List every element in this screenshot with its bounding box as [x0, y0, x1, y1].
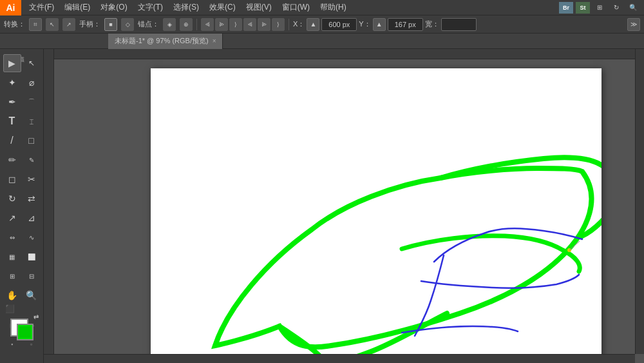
width-tool[interactable]: ⇔: [3, 228, 21, 246]
anchor-label: 转换：: [4, 19, 25, 29]
tool-row-8: ↻ ⇄: [3, 190, 41, 208]
menu-effect[interactable]: 效果(C): [204, 0, 241, 15]
align-top[interactable]: ⫷: [243, 18, 256, 31]
extras-row: ◎ ◉: [3, 357, 41, 363]
divider1: [196, 19, 197, 30]
document-tab[interactable]: 未标题-1* @ 97% (RGB/预览) ×: [108, 34, 223, 49]
curvature-tool[interactable]: ⌒: [23, 93, 41, 111]
warp-tool[interactable]: ∿: [23, 228, 41, 246]
menu-file[interactable]: 文件(F): [24, 0, 59, 15]
tool-row-11: ▦ ⬜: [3, 248, 41, 266]
tool-row-12: ⊞ ⊟: [3, 267, 41, 285]
reflect-tool[interactable]: ⇄: [23, 190, 41, 208]
ruler-left: [44, 49, 54, 363]
align-group: ⫷ ⫸ ⟩ ⫷ ⫸ ⟩: [201, 18, 285, 31]
slice-tool[interactable]: ⊞: [3, 267, 21, 285]
scrollbar-right[interactable]: [635, 49, 644, 354]
extra-btn2[interactable]: ◉: [23, 357, 41, 363]
right-toolbar: Br St ⊞ ↻ 🔍: [559, 2, 644, 14]
align-right[interactable]: ⟩: [229, 18, 242, 31]
selection-tool[interactable]: ▶: [3, 54, 21, 72]
tool-row-3: ✒ ⌒: [3, 93, 41, 111]
slice-select-tool[interactable]: ⊟: [23, 267, 41, 285]
tool-row-9: ↗ ⊿: [3, 209, 41, 227]
shear-tool[interactable]: ⊿: [23, 209, 41, 227]
menu-edit[interactable]: 编辑(E): [59, 0, 95, 15]
extra-btn1[interactable]: ◎: [3, 357, 21, 363]
tool-row-4: T ⌶: [3, 112, 41, 130]
align-left[interactable]: ⫷: [201, 18, 214, 31]
x-up[interactable]: ▲: [307, 18, 319, 31]
sidebar: 锚点 ▶ ↖ ✦ ⌀ ✒ ⌒ T ⌶ / □ ✏ ✎ ◻ ✂ ↻: [0, 49, 44, 363]
x-input[interactable]: [321, 18, 357, 31]
reset-colors[interactable]: ⬛: [5, 304, 15, 313]
smooth-icon[interactable]: ◇: [121, 18, 134, 31]
rotate-tool[interactable]: ↻: [3, 190, 21, 208]
y-up[interactable]: ▲: [373, 18, 386, 31]
divider2: [289, 19, 289, 30]
extras-section: ◎ ◉: [3, 357, 41, 363]
ai-logo: Ai: [0, 0, 21, 15]
blob-brush-tool[interactable]: ✎: [23, 151, 41, 169]
anchor-edit-icon[interactable]: ⊕: [180, 18, 193, 31]
stock-icon[interactable]: St: [576, 2, 590, 14]
align-bottom[interactable]: ⟩: [272, 18, 285, 31]
y-label: Y：: [359, 19, 370, 29]
rect-tool[interactable]: □: [23, 132, 41, 150]
pen-tool[interactable]: ✒: [3, 93, 21, 111]
sync-icon[interactable]: ↻: [609, 2, 623, 14]
menu-view[interactable]: 视图(V): [241, 0, 277, 15]
scrollbar-bottom[interactable]: [44, 354, 635, 363]
workspace-icon[interactable]: ⊞: [592, 2, 607, 14]
select-arrow-icon[interactable]: ↖: [46, 18, 59, 31]
w-label: 宽：: [425, 19, 439, 29]
canvas-area: [44, 49, 644, 363]
search-icon[interactable]: 🔍: [626, 2, 640, 14]
menu-bar: Ai 文件(F) 编辑(E) 对象(O) 文字(T) 选择(S) 效果(C) 视…: [0, 0, 644, 15]
tool-row-5: / □: [3, 132, 41, 150]
handle-label: 手柄：: [79, 19, 100, 29]
options-bar: 转换： ⌗ ↖ ↗ 手柄： ■ ◇ 锚点： ◈ ⊕ ⫷ ⫸ ⟩ ⫷ ⫸ ⟩ X：…: [0, 15, 644, 34]
menu-object[interactable]: 对象(O): [95, 0, 132, 15]
ruler-top: [54, 49, 644, 59]
stroke-color[interactable]: [17, 324, 33, 340]
tool-row-10: ⇔ ∿: [3, 228, 41, 246]
zoom-tool[interactable]: 🔍: [23, 286, 41, 304]
line-tool[interactable]: /: [3, 132, 21, 150]
magic-wand-tool[interactable]: ✦: [3, 74, 21, 92]
x-label: X：: [293, 19, 305, 29]
y-input[interactable]: [388, 18, 423, 31]
scale-tool[interactable]: ↗: [3, 209, 21, 227]
main-area: 锚点 ▶ ↖ ✦ ⌀ ✒ ⌒ T ⌶ / □ ✏ ✎ ◻ ✂ ↻: [0, 49, 644, 363]
eraser-tool[interactable]: ◻: [3, 170, 21, 188]
menu-window[interactable]: 窗口(W): [277, 0, 315, 15]
w-input[interactable]: [441, 18, 477, 31]
anchor-select-icon[interactable]: ◈: [163, 18, 176, 31]
tab-close-button[interactable]: ×: [213, 37, 216, 44]
stroke-inner: [19, 326, 31, 338]
direct-select-icon[interactable]: ↗: [62, 18, 75, 31]
touch-type-tool[interactable]: ⌶: [23, 112, 41, 130]
menu-select[interactable]: 选择(S): [168, 0, 204, 15]
corner-icon[interactable]: ■: [104, 18, 117, 31]
menu-text[interactable]: 文字(T): [133, 0, 168, 15]
scissors-tool[interactable]: ✂: [23, 170, 41, 188]
hand-tool[interactable]: ✋: [3, 286, 21, 304]
tab-title: 未标题-1* @ 97% (RGB/预览): [115, 36, 209, 46]
menu-help[interactable]: 帮助(H): [315, 0, 352, 15]
direct-selection-tool[interactable]: ↖: [23, 54, 41, 72]
transform-options[interactable]: ⌗: [29, 18, 42, 31]
artboard-tool[interactable]: ⬜: [23, 248, 41, 266]
bridge-icon[interactable]: Br: [559, 2, 573, 14]
more-options[interactable]: ≫: [627, 18, 640, 31]
align-center-h[interactable]: ⫸: [215, 18, 228, 31]
text-tool[interactable]: T: [3, 112, 21, 130]
align-center-v[interactable]: ⫸: [258, 18, 270, 31]
paintbrush-tool[interactable]: ✏: [3, 151, 21, 169]
lasso-tool[interactable]: ⌀: [23, 74, 41, 92]
column-graph-tool[interactable]: ▦: [3, 248, 21, 266]
artwork-canvas: [151, 68, 601, 363]
anchor-point-label: 锚点：: [138, 19, 159, 29]
swap-colors[interactable]: ⇄: [33, 313, 39, 320]
tool-row-2: ✦ ⌀: [3, 74, 41, 92]
